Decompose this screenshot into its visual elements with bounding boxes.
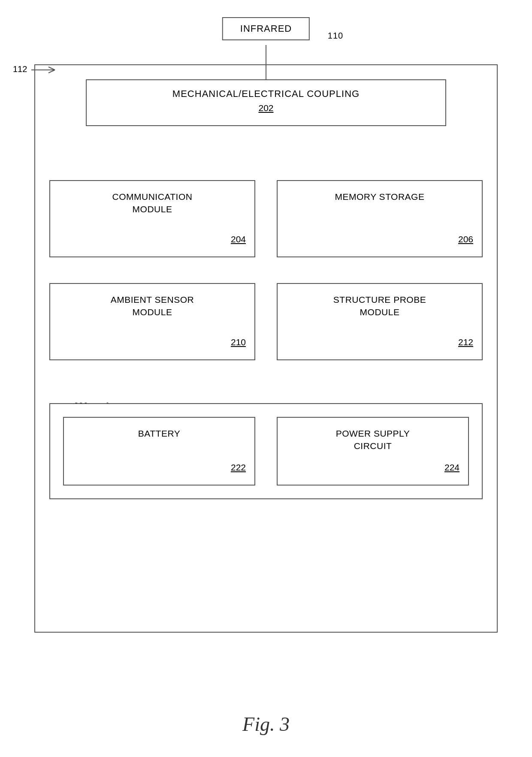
structure-probe-box: STRUCTURE PROBEMODULE 212 bbox=[277, 283, 483, 360]
mec-coupling-label: MECHANICAL/ELECTRICAL COUPLING bbox=[172, 88, 360, 99]
memory-storage-label: MEMORY STORAGE bbox=[286, 190, 473, 203]
power-supply-label: POWER SUPPLYCIRCUIT bbox=[286, 427, 459, 452]
power-supply-circuit-box: POWER SUPPLYCIRCUIT 224 bbox=[277, 417, 469, 486]
comm-module-box: COMMUNICATIONMODULE 204 bbox=[49, 180, 255, 257]
mec-coupling-ref: 202 bbox=[95, 103, 437, 113]
mec-coupling-box: MECHANICAL/ELECTRICAL COUPLING 202 bbox=[86, 79, 446, 126]
connect-line bbox=[266, 45, 266, 79]
battery-box: BATTERY 222 bbox=[63, 417, 255, 486]
battery-ref: 222 bbox=[231, 462, 246, 473]
ambient-sensor-label: AMBIENT SENSORMODULE bbox=[59, 293, 246, 319]
power-supply-ref: 224 bbox=[444, 462, 459, 473]
ref-110: 110 bbox=[328, 31, 343, 41]
infrared-box: INFRARED 110 bbox=[222, 17, 310, 40]
svg-line-1 bbox=[48, 67, 55, 70]
infrared-label: INFRARED bbox=[240, 23, 292, 34]
memory-storage-ref: 206 bbox=[458, 234, 473, 244]
svg-line-2 bbox=[48, 70, 55, 73]
diagram-container: INFRARED 110 112 MECHANICAL/ELECTRICAL C… bbox=[0, 0, 532, 757]
ambient-sensor-ref: 210 bbox=[231, 337, 246, 347]
ambient-sensor-box: AMBIENT SENSORMODULE 210 bbox=[49, 283, 255, 360]
memory-storage-box: MEMORY STORAGE 206 bbox=[277, 180, 483, 257]
power-inner-row: BATTERY 222 POWER SUPPLYCIRCUIT 224 bbox=[63, 417, 469, 486]
figure-label: Fig. 3 bbox=[242, 713, 290, 736]
comm-module-label: COMMUNICATIONMODULE bbox=[59, 190, 246, 216]
mid-row-2: AMBIENT SENSORMODULE 210 STRUCTURE PROBE… bbox=[49, 283, 483, 360]
mid-row-1: COMMUNICATIONMODULE 204 MEMORY STORAGE 2… bbox=[49, 180, 483, 257]
ref-112-label: 112 bbox=[13, 64, 57, 74]
power-section-box: BATTERY 222 POWER SUPPLYCIRCUIT 224 bbox=[49, 403, 483, 499]
structure-probe-label: STRUCTURE PROBEMODULE bbox=[286, 293, 473, 319]
structure-probe-ref: 212 bbox=[458, 337, 473, 347]
comm-module-ref: 204 bbox=[231, 234, 246, 244]
battery-label: BATTERY bbox=[73, 427, 246, 440]
